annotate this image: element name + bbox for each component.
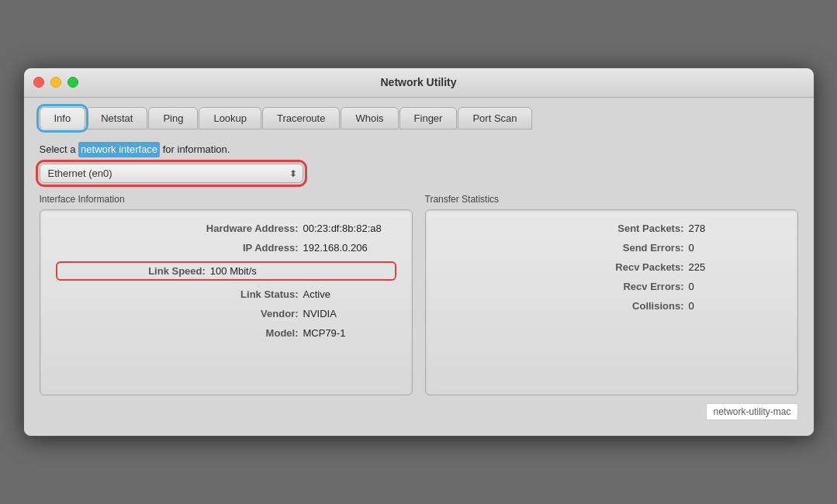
- interface-info-title: Interface Information: [40, 194, 413, 205]
- interface-info-panel: Interface Information Hardware Address: …: [40, 194, 413, 420]
- instruction-suffix: for information.: [160, 143, 230, 155]
- sent-packets-label: Sent Packets:: [617, 223, 683, 234]
- collisions-label: Collisions:: [632, 300, 683, 312]
- hardware-address-label: Hardware Address:: [206, 223, 299, 234]
- recv-errors-value: 0: [689, 281, 782, 292]
- ip-address-label: IP Address:: [243, 242, 299, 254]
- sent-packets-row: Sent Packets: 278: [441, 223, 782, 234]
- ip-address-row: IP Address: 192.168.0.206: [56, 242, 396, 254]
- ip-address-value: 192.168.0.206: [303, 242, 396, 254]
- interface-select[interactable]: Ethernet (en0) Wi-Fi (en1) Loopback (lo0…: [40, 164, 303, 183]
- link-speed-label: Link Speed:: [148, 265, 206, 277]
- tab-portscan[interactable]: Port Scan: [458, 107, 531, 129]
- model-value: MCP79-1: [303, 327, 396, 339]
- hardware-address-row: Hardware Address: 00:23:df:8b:82:a8: [56, 223, 396, 234]
- tab-whois[interactable]: Whois: [341, 107, 398, 129]
- model-label: Model:: [266, 327, 299, 339]
- vendor-label: Vendor:: [261, 308, 298, 319]
- transfer-stats-title: Transfer Statistics: [425, 194, 798, 205]
- window-title: Network Utility: [380, 76, 456, 88]
- vendor-value: NVIDIA: [303, 308, 396, 319]
- send-errors-label: Send Errors:: [623, 242, 684, 254]
- instruction-prefix: Select a: [40, 143, 79, 155]
- tab-lookup[interactable]: Lookup: [199, 107, 261, 129]
- instruction-highlight: network interface: [78, 142, 160, 157]
- title-bar: Network Utility: [24, 68, 814, 98]
- tab-ping[interactable]: Ping: [148, 107, 198, 129]
- collisions-value: 0: [689, 300, 782, 312]
- link-status-value: Active: [303, 288, 396, 300]
- watermark-label: network-utility-mac: [706, 403, 797, 420]
- minimize-button[interactable]: [50, 77, 61, 88]
- recv-errors-label: Recv Errors:: [623, 281, 683, 292]
- maximize-button[interactable]: [67, 77, 78, 88]
- hardware-address-value: 00:23:df:8b:82:a8: [303, 223, 396, 234]
- transfer-stats-box: Sent Packets: 278 Send Errors: 0 Recv Pa…: [425, 209, 798, 395]
- main-window: Network Utility Info Netstat Ping Lookup…: [23, 67, 815, 437]
- close-button[interactable]: [33, 77, 44, 88]
- send-errors-value: 0: [689, 242, 782, 254]
- panels: Interface Information Hardware Address: …: [40, 194, 798, 420]
- link-status-row: Link Status: Active: [56, 288, 396, 300]
- interface-info-box: Hardware Address: 00:23:df:8b:82:a8 IP A…: [40, 209, 413, 395]
- send-errors-row: Send Errors: 0: [441, 242, 782, 254]
- window-controls: [33, 77, 78, 88]
- instruction-text: Select a network interface for informati…: [40, 142, 798, 157]
- link-speed-value: 100 Mbit/s: [210, 265, 303, 277]
- recv-packets-value: 225: [689, 261, 782, 273]
- transfer-stats-panel: Transfer Statistics Sent Packets: 278 Se…: [425, 194, 798, 420]
- recv-packets-row: Recv Packets: 225: [441, 261, 782, 273]
- vendor-row: Vendor: NVIDIA: [56, 308, 396, 319]
- recv-errors-row: Recv Errors: 0: [441, 281, 782, 292]
- recv-packets-label: Recv Packets:: [615, 261, 683, 273]
- content-area: Info Netstat Ping Lookup Traceroute Whoi…: [24, 98, 814, 436]
- tab-traceroute[interactable]: Traceroute: [262, 107, 340, 129]
- model-row: Model: MCP79-1: [56, 327, 396, 339]
- link-status-label: Link Status:: [240, 288, 298, 300]
- tab-bar: Info Netstat Ping Lookup Traceroute Whoi…: [40, 107, 798, 129]
- interface-select-wrapper[interactable]: Ethernet (en0) Wi-Fi (en1) Loopback (lo0…: [40, 164, 303, 183]
- tab-info[interactable]: Info: [40, 107, 86, 129]
- tab-netstat[interactable]: Netstat: [86, 107, 147, 129]
- footer-area: network-utility-mac: [425, 403, 798, 420]
- sent-packets-value: 278: [689, 223, 782, 234]
- collisions-row: Collisions: 0: [441, 300, 782, 312]
- link-speed-row: Link Speed: 100 Mbit/s: [56, 261, 396, 281]
- tab-finger[interactable]: Finger: [399, 107, 458, 129]
